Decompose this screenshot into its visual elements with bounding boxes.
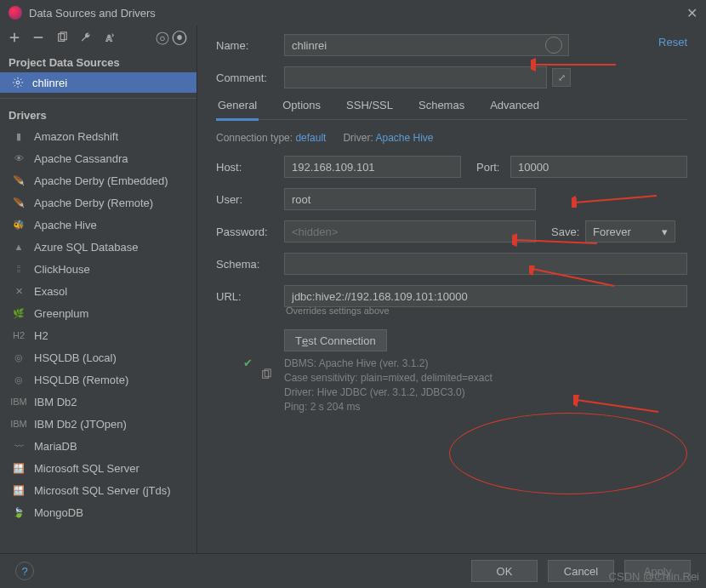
driver-item[interactable]: 🪟Microsoft SQL Server [0,457,196,479]
port-label: Port: [476,161,510,174]
reset-driver-icon[interactable] [104,31,116,46]
schema-label: Schema: [216,258,284,271]
datasource-label: chlinrei [32,77,67,89]
sidebar: ⦾ ⦿ Project Data Sources chlinrei Driver… [0,26,197,553]
driver-label: Apache Hive [34,219,97,231]
driver-item[interactable]: H2H2 [0,324,196,346]
add-icon[interactable] [9,31,20,46]
user-input[interactable] [284,188,536,210]
host-input[interactable] [284,156,461,178]
driver-icon: 🐝 [12,218,26,231]
driver-item[interactable]: ▲Azure SQL Database [0,236,196,258]
driver-item[interactable]: ◎HSQLDB (Remote) [0,368,196,391]
section-drivers: Drivers [0,104,196,125]
driver-icon: 〰 [12,439,26,453]
test-connection-button[interactable]: Test Connection [284,329,387,351]
collapse-icon[interactable]: ⦿ [171,32,188,44]
ok-button[interactable]: OK [471,560,538,582]
driver-label: Amazon Redshift [34,130,118,143]
connection-type-link[interactable]: default [295,132,326,144]
driver-item[interactable]: 👁Apache Cassandra [0,147,196,169]
driver-icon: 🪶 [12,174,26,187]
url-label: URL: [216,290,284,303]
driver-item[interactable]: ▮Amazon Redshift [0,125,196,147]
remove-icon[interactable] [32,31,44,46]
password-label: Password: [216,225,284,238]
driver-item[interactable]: ◎HSQLDB (Local) [0,346,196,368]
copy-result-icon[interactable] [260,368,272,383]
driver-item[interactable]: 🪟Microsoft SQL Server (jTds) [0,479,196,501]
comment-input[interactable] [284,66,547,88]
comment-label: Comment: [216,71,284,84]
tabs: GeneralOptionsSSH/SSLSchemasAdvanced [216,99,687,120]
expand-icon[interactable]: ⦾ [156,32,169,44]
connection-subheader: Connection type: default Driver: Apache … [216,132,687,144]
datasource-item-chlinrei[interactable]: chlinrei [0,72,196,93]
gear-icon [12,77,24,88]
tab-options[interactable]: Options [281,99,322,119]
driver-icon: ◎ [12,373,26,386]
window-title: Data Sources and Drivers [29,7,156,20]
driver-icon: 🌿 [12,306,26,320]
sidebar-toolbar: ⦾ ⦿ [0,26,196,51]
driver-icon: ◎ [12,351,26,364]
copy-icon[interactable] [56,31,68,46]
name-input[interactable] [284,34,569,56]
save-label: Save: [551,225,585,238]
driver-link[interactable]: Apache Hive [375,132,433,144]
wrench-icon[interactable] [80,31,92,46]
driver-item[interactable]: IBMIBM Db2 [0,391,196,413]
dialog-footer: ? OK Cancel Apply [0,553,706,588]
annotation-ellipse [449,413,687,494]
driver-label: Azure SQL Database [34,241,138,254]
svg-point-3 [16,81,20,84]
driver-icon: H2 [12,328,26,342]
tab-schemas[interactable]: Schemas [417,99,466,119]
section-project-data-sources: Project Data Sources [0,51,196,72]
reset-link[interactable]: Reset [658,36,687,49]
driver-item[interactable]: 〰MariaDB [0,435,196,457]
password-input[interactable] [284,220,536,243]
expand-comment-icon[interactable]: ⤢ [552,68,571,87]
url-input[interactable] [284,285,687,307]
driver-label: Apache Cassandra [34,152,128,165]
cancel-button[interactable]: Cancel [548,560,614,582]
driver-label: HSQLDB (Remote) [34,374,128,386]
tab-advanced[interactable]: Advanced [488,99,541,119]
tab-ssh-ssl[interactable]: SSH/SSL [344,99,395,119]
save-select[interactable]: Forever▾ [585,220,675,243]
driver-label: HSQLDB (Local) [34,351,117,364]
connection-result: ✔ DBMS: Apache Hive (ver. 3.1.2) Case se… [284,357,687,414]
schema-input[interactable] [284,253,687,275]
driver-icon: ▮ [12,129,26,143]
driver-label: MongoDB [34,506,83,519]
driver-label: H2 [34,329,48,342]
help-icon[interactable]: ? [15,562,34,580]
driver-item[interactable]: 🪶Apache Derby (Remote) [0,191,196,214]
port-input[interactable] [510,156,687,178]
driver-icon: 👁 [12,151,26,165]
driver-item[interactable]: 🍃MongoDB [0,501,196,523]
title-bar: Data Sources and Drivers ✕ [0,0,706,26]
tab-general[interactable]: General [216,99,259,121]
svg-rect-0 [34,37,43,38]
driver-item[interactable]: ⦙⦙ClickHouse [0,258,196,280]
content-pane: Reset Name: Comment: ⤢ GeneralOptionsSSH… [197,26,706,553]
host-label: Host: [216,161,284,174]
close-icon[interactable]: ✕ [686,5,697,21]
name-label: Name: [216,39,284,52]
driver-label: ClickHouse [34,263,90,276]
driver-label: IBM Db2 (JTOpen) [34,418,127,431]
driver-label: Microsoft SQL Server [34,462,139,475]
driver-item[interactable]: 🌿Greenplum [0,302,196,324]
driver-item[interactable]: 🐝Apache Hive [0,214,196,236]
driver-label: MariaDB [34,440,77,453]
driver-icon: 🪟 [12,461,26,475]
driver-item[interactable]: 🪶Apache Derby (Embedded) [0,169,196,191]
driver-icon: ▲ [12,240,26,254]
driver-item[interactable]: ✕Exasol [0,280,196,302]
driver-item[interactable]: IBMIBM Db2 (JTOpen) [0,413,196,435]
check-icon: ✔ [243,357,253,369]
driver-label: Exasol [34,285,67,298]
driver-icon: 🍃 [12,505,26,519]
